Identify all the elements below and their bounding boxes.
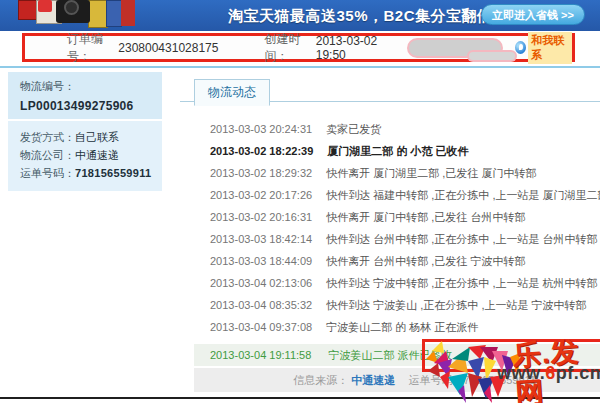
tracking-event-row: 2013-03-03 18:44:09快件离开 台州中转部 ,已发往 宁波中转部 bbox=[210, 250, 600, 272]
carrier-link[interactable]: 中通速递 bbox=[351, 374, 395, 386]
tracking-event-row: 2013-03-02 18:29:32快件离开 厦门湖里二部 ,已发往 厦门中转… bbox=[210, 162, 600, 184]
redacted-buyer-info bbox=[409, 40, 501, 56]
tracking-event-row: 2013-03-03 20:24:31卖家已发货 bbox=[210, 118, 600, 140]
delivered-time: 2013-03-04 19:11:58 bbox=[210, 349, 311, 361]
camera-products-image bbox=[18, 0, 138, 30]
logistics-number-label: 物流编号： bbox=[20, 79, 150, 94]
promo-text: 淘宝天猫最高送35%，B2C集分宝翻倍送! bbox=[228, 7, 514, 26]
tracking-event-row: 2013-03-02 20:16:31快件离开 厦门中转部 ,已发往 台州中转部 bbox=[210, 206, 600, 228]
contact-me-button[interactable]: 和我联系 bbox=[528, 32, 572, 64]
promo-banner[interactable]: 淘宝天猫最高送35%，B2C集分宝翻倍送! 立即进入省钱 >> bbox=[0, 0, 600, 31]
created-time-label: 创建时间： bbox=[264, 31, 315, 65]
created-time-value: 2013-03-02 19:50 bbox=[316, 34, 397, 62]
tab-logistics-updates[interactable]: 物流动态 bbox=[194, 79, 270, 106]
tracking-event-row: 2013-03-03 18:42:14快件到达 台州中转部 ,正在分拣中 ,上一… bbox=[210, 228, 600, 250]
tracking-events-list: 2013-03-03 20:24:31卖家已发货2013-03-02 18:22… bbox=[180, 102, 600, 338]
logistics-number-block: 物流编号： LP00013499275906 bbox=[8, 72, 162, 119]
divider bbox=[0, 66, 600, 68]
page: 淘宝天猫最高送35%，B2C集分宝翻倍送! 立即进入省钱 >> 订单编号： 23… bbox=[0, 0, 600, 403]
source-label: 信息来源： bbox=[293, 374, 348, 386]
sidebar-detail-row: 物流公司：中通速递 bbox=[20, 146, 150, 164]
shipping-details-block: 发货方式：自己联系物流公司：中通速递运单号码：718156559911 bbox=[8, 119, 162, 191]
sidebar-detail-row: 发货方式：自己联系 bbox=[20, 128, 150, 146]
tracking-event-row: 2013-03-02 20:17:26快件到达 福建中转部 ,正在分拣中 ,上一… bbox=[210, 184, 600, 206]
order-number-label: 订单编号： bbox=[67, 31, 118, 65]
logistics-number-value: LP00013499275906 bbox=[20, 99, 134, 113]
sidebar-detail-row: 运单号码：718156559911 bbox=[20, 164, 150, 182]
shipping-sidebar: 物流编号： LP00013499275906 发货方式：自己联系物流公司：中通速… bbox=[8, 72, 162, 191]
tracking-event-row: 2013-03-04 02:13:06快件到达 宁波中转部 ,正在分拣中 ,上一… bbox=[210, 272, 600, 294]
order-number-value: 230800431028175 bbox=[118, 41, 218, 55]
wangwang-icon[interactable] bbox=[515, 41, 526, 54]
promo-cta-button[interactable]: 立即进入省钱 >> bbox=[481, 4, 585, 25]
tracking-event-row: 2013-03-02 18:22:39厦门湖里二部 的 小范 已收件 bbox=[210, 140, 600, 162]
watermark-site-url: www.6pf.cn bbox=[497, 363, 600, 384]
tab-bar: 物流动态 bbox=[180, 76, 600, 102]
order-info-bar: 订单编号： 230800431028175 创建时间： 2013-03-02 1… bbox=[22, 33, 575, 62]
tracking-event-row: 2013-03-04 08:35:32快件到达 宁波姜山 ,正在分拣中 ,上一站… bbox=[210, 294, 600, 316]
